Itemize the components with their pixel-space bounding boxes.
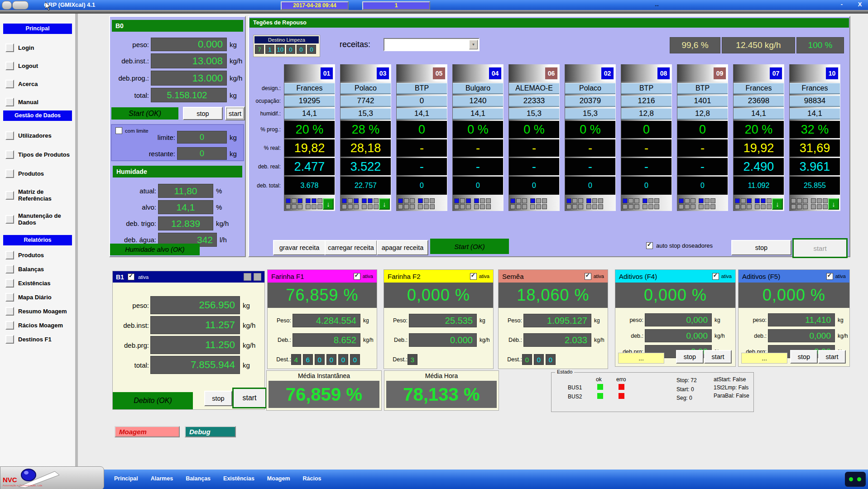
sidebar-item[interactable]: Tipos de Produtos (5, 150, 75, 159)
sidebar-item-button[interactable] (5, 251, 14, 259)
b1-stop-button[interactable]: stop (204, 391, 232, 406)
destination-indicator-square (374, 198, 379, 203)
gravar-receita-button[interactable]: gravar receita (273, 240, 326, 255)
sidebar-item[interactable]: Acerca (5, 80, 75, 88)
destination-indicator-square (685, 204, 690, 209)
b1-ativa-checkbox[interactable] (128, 273, 134, 280)
destination-indicator-square (348, 198, 353, 203)
auto-stop-checkbox[interactable] (646, 242, 653, 249)
sidebar-item[interactable]: Existências (5, 279, 75, 288)
sidebar-item-button[interactable] (5, 307, 14, 316)
sidebar-item[interactable]: Resumo Moagem (5, 307, 75, 316)
sidebar-item-button[interactable] (5, 169, 14, 178)
b0-start-button[interactable]: start (225, 106, 245, 120)
b1-total-row: total: 7.855.944 kg (113, 356, 264, 374)
minimize-button[interactable]: - (837, 1, 847, 8)
sidebar-item-button[interactable] (5, 191, 14, 200)
debprog-value: 13.000 (151, 71, 227, 86)
silo-design-cell: Polaco (565, 83, 615, 94)
apagar-receita-button[interactable]: apagar receita (377, 240, 428, 255)
bottom-nav-item[interactable]: Existências (223, 475, 254, 482)
sidebar-item[interactable]: Rácios Moagem (5, 321, 75, 330)
destination-value: 1 (265, 45, 274, 54)
f4-start-button[interactable]: start (704, 350, 732, 364)
sidebar-item-button[interactable] (5, 321, 14, 330)
sidebar-item-button[interactable] (5, 150, 14, 159)
sidebar-item-button[interactable] (5, 98, 14, 106)
sidebar-item[interactable]: Utilizadores (5, 131, 75, 140)
sidebar-item-button[interactable] (5, 293, 14, 302)
tab-debug[interactable]: Debug (185, 426, 236, 437)
b1-start-button[interactable]: start (232, 388, 267, 408)
sidebar-group-principal: Login Logout Acerca Manual (0, 43, 75, 106)
sidebar-item-button[interactable] (5, 215, 14, 224)
resize-icon[interactable]: ↔ (654, 1, 660, 8)
f4-stop-button[interactable]: stop (676, 350, 704, 364)
down-arrow-button[interactable]: ↓ (772, 198, 783, 210)
ativa-checkbox[interactable] (712, 273, 719, 280)
bottom-nav-item[interactable]: Alarmes (151, 475, 173, 482)
bottom-nav-item[interactable]: Balanças (186, 475, 211, 482)
atstart-flag: atStart: False (714, 376, 746, 383)
f4-options-button[interactable]: ... (618, 353, 664, 364)
tab-moagem[interactable]: Moagem (115, 426, 180, 437)
sidebar-item[interactable]: Matriz de Referências (5, 188, 75, 202)
tegoes-start-button[interactable]: start (792, 238, 848, 258)
carregar-receita-button[interactable]: carregar receita (325, 240, 377, 255)
sidebar-item[interactable]: Balanças (5, 265, 75, 273)
sidebar-item[interactable]: Login (5, 43, 75, 52)
ativa-checkbox[interactable] (826, 273, 833, 280)
destination-indicator-square (592, 198, 597, 203)
sidebar-item[interactable]: Destinos F1 (5, 335, 75, 344)
silo-real-cell: - (621, 139, 671, 157)
f5-stop-button[interactable]: stop (790, 350, 818, 364)
sidebar-item[interactable]: Logout (5, 62, 75, 70)
sidebar-item-button[interactable] (5, 80, 14, 88)
b0-stop-button[interactable]: stop (183, 107, 223, 120)
bottom-nav-item[interactable]: Rácios (303, 475, 321, 482)
sidebar-item-button[interactable] (5, 131, 14, 140)
ativa-checkbox[interactable] (354, 273, 360, 280)
chevron-down-icon[interactable]: ▼ (469, 40, 478, 49)
sidebar-item[interactable]: Produtos (5, 169, 75, 178)
sidebar-item[interactable]: Manutenção de Dados (5, 212, 75, 226)
down-arrow-button[interactable]: ↓ (828, 198, 839, 210)
silo-debreal-cell: 3.961 (790, 158, 840, 175)
sidebar-item-button[interactable] (5, 265, 14, 273)
sidebar-item-label: Utilizadores (18, 132, 52, 139)
tegoes-stop-button[interactable]: stop (731, 240, 791, 255)
b1-window-square[interactable] (244, 273, 251, 281)
sidebar-item-button[interactable] (5, 335, 14, 344)
f5-options-button[interactable]: ... (741, 353, 787, 364)
f5-start-button[interactable]: start (818, 350, 846, 364)
silo-humidif-cell: 14,1 (453, 108, 503, 120)
sidebar-item-button[interactable] (5, 43, 14, 52)
silo-column: 06 ALEMAO-E 22333 15,3 0 % - - 0 (508, 64, 560, 211)
ativa-checkbox[interactable] (585, 273, 591, 280)
auto-stop-row[interactable]: auto stop doseadores (646, 242, 713, 249)
b1-window-square[interactable] (254, 273, 261, 281)
peso-value: 0,000 (645, 313, 712, 326)
bottom-nav-item[interactable]: Principal (114, 475, 138, 482)
silo-destination-indicators (397, 197, 447, 211)
close-button[interactable]: X (855, 1, 865, 8)
bottom-nav-item[interactable]: Moagem (267, 475, 290, 482)
field-unit: kg (480, 317, 485, 324)
receitas-dropdown[interactable]: ▼ (384, 38, 480, 51)
sidebar-item-button[interactable] (5, 279, 14, 288)
ativa-checkbox[interactable] (470, 273, 477, 280)
com-limite-checkbox[interactable] (115, 127, 122, 134)
f5-percent-display: 0,000 % (739, 283, 849, 308)
sidebar-item[interactable]: Mapa Diário (5, 293, 75, 302)
sidebar-item-button[interactable] (5, 62, 14, 70)
b1-panel: B1 ativa peso: 256.950 kg deb.inst: 11.2… (112, 271, 265, 410)
down-arrow-button[interactable]: ↓ (379, 198, 390, 210)
silo-destination-indicators (509, 197, 559, 211)
destination-indicator-square (735, 198, 740, 203)
humidade-atual-row: atual: 11,80 % (110, 184, 245, 198)
stat-percent: 99,6 % (670, 37, 720, 53)
down-arrow-button[interactable]: ↓ (323, 198, 334, 210)
com-limite-row[interactable]: com limite (115, 127, 149, 134)
sidebar-item[interactable]: Produtos (5, 251, 75, 259)
sidebar-item[interactable]: Manual (5, 98, 75, 106)
